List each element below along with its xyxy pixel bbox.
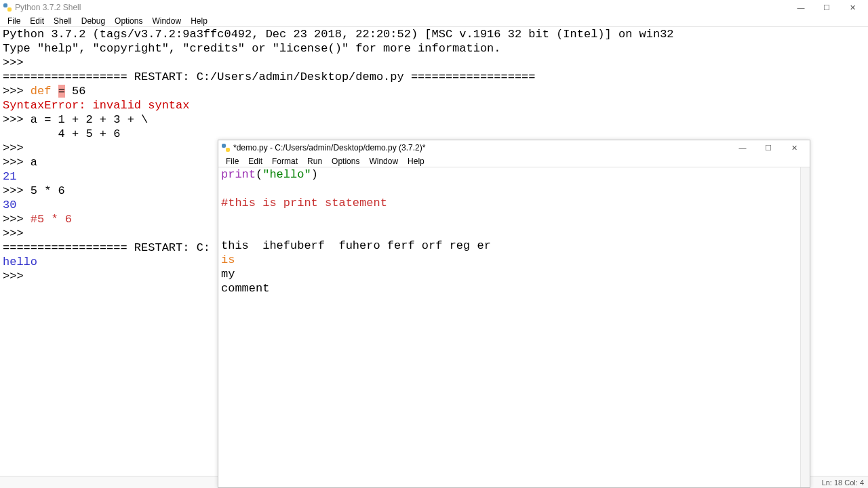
comment-line: #this is print statement (221, 197, 387, 209)
prompt: >>> (3, 184, 24, 197)
editor-titlebar[interactable]: *demo.py - C:/Users/admin/Desktop/demo.p… (218, 140, 810, 155)
menu-file[interactable]: File (221, 156, 243, 167)
prompt: >>> (3, 227, 24, 240)
kw-def: def (31, 85, 52, 98)
shell-titlebar[interactable]: Python 3.7.2 Shell — ☐ ✕ (0, 0, 868, 15)
input-a: a (31, 156, 37, 169)
shell-banner-1: Python 3.7.2 (tags/v3.7.2:9a3ffc0492, De… (3, 28, 674, 41)
maximize-button[interactable]: ☐ (814, 0, 840, 15)
svg-rect-2 (222, 144, 226, 148)
kw-is: is (221, 253, 235, 266)
editor-content[interactable]: print("hello") #this is print statement … (218, 167, 810, 487)
input-comment: #5 * 6 (31, 213, 72, 226)
menu-options[interactable]: Options (327, 156, 364, 167)
menu-run[interactable]: Run (302, 156, 327, 167)
prompt: >>> (3, 213, 24, 226)
fn-print: print (221, 168, 256, 181)
minimize-button[interactable]: — (730, 140, 755, 155)
shell-menubar: File Edit Shell Debug Options Window Hel… (0, 15, 868, 27)
menu-options[interactable]: Options (110, 16, 147, 26)
shell-banner-2: Type "help", "copyright", "credits" or "… (3, 42, 501, 55)
menu-file[interactable]: File (3, 16, 25, 26)
svg-rect-3 (226, 148, 230, 152)
close-button[interactable]: ✕ (781, 140, 807, 155)
prompt: >>> (3, 156, 24, 169)
str-hello: "hello" (262, 168, 311, 181)
code-line-comment: comment (221, 282, 269, 295)
svg-rect-0 (3, 3, 7, 7)
prompt: >>> (3, 85, 24, 98)
editor-title: *demo.py - C:/Users/admin/Desktop/demo.p… (233, 143, 425, 152)
minimize-button[interactable]: — (788, 0, 814, 15)
code-line-my: my (221, 268, 235, 281)
close-button[interactable]: ✕ (840, 0, 865, 15)
menu-help[interactable]: Help (403, 156, 429, 167)
restart-line-2: ================== RESTART: C: (3, 241, 210, 254)
menu-window[interactable]: Window (364, 156, 403, 167)
python-icon (221, 143, 231, 152)
shell-title: Python 3.7.2 Shell (15, 3, 81, 12)
output-hello: hello (3, 256, 37, 268)
editor-window-controls: — ☐ ✕ (730, 140, 807, 155)
prompt: >>> (3, 113, 24, 126)
cursor-position: Ln: 18 Col: 4 (822, 479, 864, 487)
syntax-error: SyntaxError: invalid syntax (3, 99, 189, 112)
svg-rect-1 (7, 7, 12, 12)
scrollbar-vertical[interactable] (800, 167, 810, 487)
output-21: 21 (3, 170, 16, 183)
prompt: >>> (3, 270, 24, 283)
paren-close: ) (311, 168, 318, 181)
menu-debug[interactable]: Debug (77, 16, 110, 26)
maximize-button[interactable]: ☐ (755, 140, 781, 155)
menu-edit[interactable]: Edit (243, 156, 267, 167)
restart-line-1: ================== RESTART: C:/Users/adm… (3, 70, 536, 83)
code-line-this: this ihefuberf fuhero ferf orf reg er (221, 239, 491, 252)
menu-help[interactable]: Help (186, 16, 212, 26)
input-5x6: 5 * 6 (31, 184, 65, 197)
prompt: >>> (3, 142, 24, 155)
prompt: >>> (3, 56, 24, 69)
menu-format[interactable]: Format (267, 156, 302, 167)
input-a2: 4 + 5 + 6 (31, 127, 121, 140)
menu-window[interactable]: Window (147, 16, 186, 26)
python-icon (3, 3, 12, 12)
error-highlight: = (58, 85, 65, 98)
menu-shell[interactable]: Shell (49, 16, 77, 26)
editor-menubar: File Edit Format Run Options Window Help (218, 155, 810, 167)
shell-window-controls: — ☐ ✕ (788, 0, 865, 15)
input-a1: a = 1 + 2 + 3 + \ (31, 113, 148, 126)
editor-window: *demo.py - C:/Users/admin/Desktop/demo.p… (218, 140, 810, 488)
def-rest: 56 (65, 85, 86, 98)
menu-edit[interactable]: Edit (25, 16, 49, 26)
paren-open: ( (256, 168, 262, 181)
output-30: 30 (3, 199, 16, 211)
